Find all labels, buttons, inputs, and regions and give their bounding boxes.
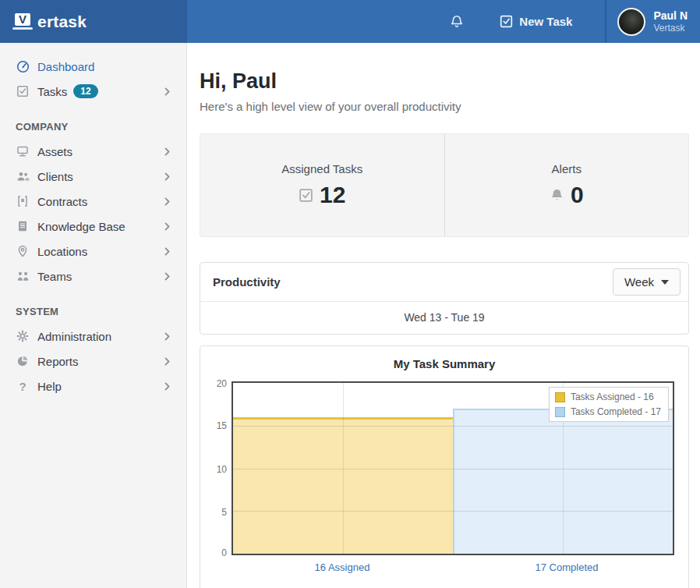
gridline	[233, 511, 673, 512]
stats-panel: Assigned Tasks 12 Alerts	[200, 133, 689, 237]
sidebar-item-label: Tasks	[37, 85, 67, 98]
chart-plot-area: Tasks Assigned - 16 Tasks Completed - 17	[232, 381, 674, 555]
chevron-right-icon	[162, 147, 172, 157]
check-square-icon	[500, 15, 513, 28]
task-summary-chart-card: My Task Summary 20 15 10 5 0	[200, 345, 689, 588]
sidebar-item-help[interactable]: ? Help	[0, 374, 186, 398]
chart-legend: Tasks Assigned - 16 Tasks Completed - 17	[549, 387, 669, 422]
stat-label: Assigned Tasks	[281, 162, 362, 175]
tasks-count-badge: 12	[73, 84, 97, 98]
sidebar-item-label: Dashboard	[37, 60, 94, 73]
laptop-logo-icon: V	[12, 13, 33, 30]
sidebar-item-teams[interactable]: Teams	[0, 264, 186, 289]
x-label-assigned[interactable]: 16 Assigned	[230, 561, 454, 573]
stat-value: 0	[571, 182, 584, 208]
legend-item-tasks-completed[interactable]: Tasks Completed - 17	[555, 406, 661, 417]
new-task-button[interactable]: New Task	[500, 15, 572, 28]
new-task-label: New Task	[519, 15, 572, 28]
y-axis-tick: 10	[211, 464, 227, 475]
main-content: Hi, Paul Here's a high level view of you…	[187, 43, 700, 588]
x-label-completed[interactable]: 17 Completed	[454, 561, 679, 573]
sidebar-item-label: Teams	[37, 270, 72, 283]
productivity-panel: Productivity Week Wed 13 - Tue 19	[200, 262, 689, 335]
check-square-icon	[16, 85, 30, 97]
sidebar-item-locations[interactable]: Locations	[0, 239, 186, 264]
chevron-right-icon	[162, 271, 172, 282]
sidebar: Dashboard Tasks 12 COMPANY	[0, 43, 187, 588]
stat-alerts: Alerts 0	[444, 134, 689, 236]
stat-value: 12	[320, 182, 345, 208]
chevron-right-icon	[162, 87, 172, 97]
productivity-title: Productivity	[213, 275, 281, 289]
chevron-right-icon	[162, 172, 172, 182]
question-mark-icon: ?	[16, 381, 30, 392]
book-icon	[16, 220, 30, 232]
sidebar-item-reports[interactable]: Reports	[0, 349, 186, 374]
y-axis-tick: 0	[211, 547, 227, 558]
legend-label: Tasks Completed - 17	[571, 406, 661, 417]
stat-label: Alerts	[552, 162, 582, 175]
app-logo[interactable]: V ertask	[0, 0, 187, 43]
chevron-right-icon	[162, 246, 172, 257]
sidebar-item-label: Administration	[37, 330, 111, 343]
chevron-right-icon	[162, 356, 172, 367]
y-axis-tick: 15	[211, 420, 227, 431]
sidebar-item-label: Clients	[37, 170, 73, 183]
gridline	[343, 383, 344, 554]
sidebar-item-contracts[interactable]: Contracts	[0, 189, 186, 214]
gear-icon	[16, 330, 30, 342]
chevron-right-icon	[162, 221, 172, 232]
sidebar-section-system: SYSTEM	[0, 306, 186, 317]
sidebar-item-dashboard[interactable]: Dashboard	[0, 54, 186, 79]
sidebar-item-assets[interactable]: Assets	[0, 139, 186, 164]
page-subtitle: Here's a high level view of your overall…	[200, 100, 689, 113]
gridline	[233, 469, 673, 469]
bell-icon	[550, 188, 564, 203]
chart-title: My Task Summary	[210, 357, 679, 370]
legend-item-tasks-assigned[interactable]: Tasks Assigned - 16	[555, 391, 661, 402]
sidebar-section-company: COMPANY	[0, 121, 186, 133]
sidebar-item-label: Reports	[37, 355, 79, 368]
range-dropdown[interactable]: Week	[613, 268, 681, 296]
sidebar-item-administration[interactable]: Administration	[0, 324, 186, 349]
sidebar-item-label: Help	[37, 380, 62, 393]
users-icon	[16, 170, 30, 183]
y-axis-tick: 20	[211, 378, 227, 389]
user-name: Paul N	[653, 9, 688, 23]
pie-chart-icon	[16, 355, 30, 367]
sidebar-item-tasks[interactable]: Tasks 12	[0, 79, 186, 104]
team-icon	[16, 270, 30, 283]
sidebar-item-label: Locations	[37, 245, 87, 258]
x-axis-labels: 16 Assigned 17 Completed	[210, 561, 679, 573]
device-icon	[16, 145, 30, 158]
chevron-right-icon	[162, 381, 172, 391]
page-title: Hi, Paul	[200, 69, 689, 94]
chevron-right-icon	[162, 331, 172, 342]
chevron-right-icon	[162, 197, 172, 207]
contract-icon	[16, 195, 30, 207]
notifications-bell-icon[interactable]	[450, 15, 464, 29]
range-selected-value: Week	[624, 275, 654, 289]
sidebar-item-clients[interactable]: Clients	[0, 164, 186, 189]
top-header: V ertask New Task Paul N Vertask	[0, 0, 700, 43]
logo-v-glyph: V	[15, 13, 30, 26]
app-title: ertask	[37, 12, 87, 31]
header-toolbar: New Task Paul N Vertask	[187, 0, 700, 43]
user-avatar	[617, 8, 645, 36]
map-pin-icon	[16, 245, 30, 257]
user-menu[interactable]: Paul N Vertask	[617, 8, 688, 36]
gridline	[233, 426, 673, 427]
user-org: Vertask	[653, 23, 688, 34]
sidebar-item-label: Contracts	[37, 195, 87, 208]
stat-assigned-tasks: Assigned Tasks 12	[200, 134, 444, 236]
check-square-icon	[299, 188, 313, 203]
header-divider	[605, 0, 606, 43]
sidebar-item-label: Assets	[37, 145, 72, 158]
speedometer-icon	[16, 60, 30, 73]
caret-down-icon	[661, 280, 669, 285]
chart-plot-row: 20 15 10 5 0 Tasks Assigned -	[211, 381, 674, 555]
sidebar-item-knowledge-base[interactable]: Knowledge Base	[0, 214, 186, 239]
legend-label: Tasks Assigned - 16	[571, 391, 654, 402]
sidebar-item-label: Knowledge Base	[37, 220, 126, 233]
legend-swatch-yellow	[555, 392, 565, 402]
